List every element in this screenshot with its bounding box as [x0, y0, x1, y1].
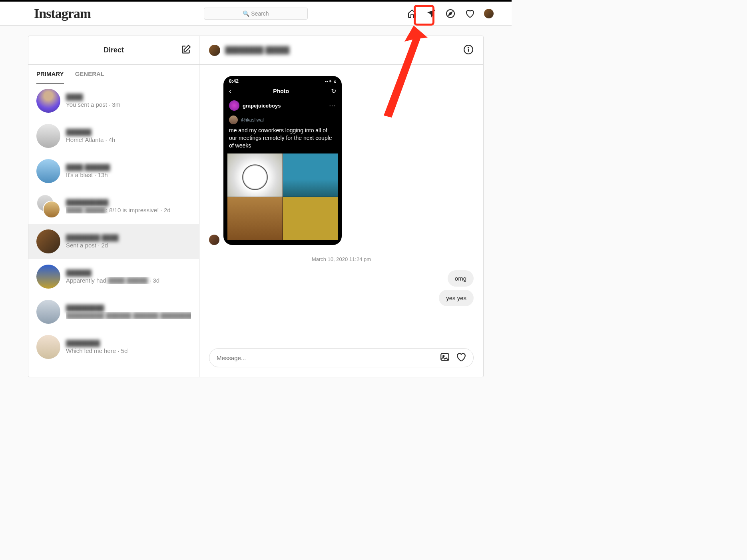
- svg-point-6: [443, 355, 444, 357]
- conversation-name: ██████: [66, 129, 191, 136]
- tweet-handle: @ikasliwal: [241, 117, 264, 123]
- meme-image: [283, 197, 338, 240]
- chat-header: ████████ █████: [199, 36, 483, 65]
- conversation-name: ██████████: [66, 199, 191, 206]
- conversation-item[interactable]: ████ You sent a post · 3m: [28, 83, 199, 118]
- conversation-item[interactable]: ██████████ ████ █████: 8/10 is impressiv…: [28, 189, 199, 224]
- tab-primary[interactable]: PRIMARY: [36, 65, 64, 84]
- composer: [199, 341, 483, 377]
- explore-icon[interactable]: [446, 9, 455, 18]
- conversation-item[interactable]: ████ ██████ It's a blast · 13h: [28, 153, 199, 189]
- home-icon[interactable]: [407, 9, 417, 18]
- phone-status-bar: 8:42 ▪▪ ᯤ ▢: [223, 76, 342, 85]
- like-icon[interactable]: [456, 352, 466, 364]
- post-author-name: grapejuiceboys: [243, 103, 281, 109]
- post-author-row: grapejuiceboys ⋯: [223, 97, 342, 114]
- conversation-preview: ████ █████: 8/10 is impressive! · 2d: [66, 207, 191, 213]
- instagram-logo[interactable]: Instagram: [34, 6, 91, 21]
- shared-post-row: 8:42 ▪▪ ᯤ ▢ ‹ Photo ↻ grapejuiceboys ⋯: [209, 76, 474, 245]
- tabs: PRIMARY GENERAL: [28, 65, 199, 83]
- conversation-name: ██████: [66, 269, 191, 276]
- activity-icon[interactable]: [465, 9, 474, 18]
- back-icon: ‹: [229, 88, 231, 95]
- message-bubbles: omg yes yes: [209, 270, 474, 306]
- conversation-preview: █████████ ██████ ██████ ████████... · 5d: [66, 312, 191, 319]
- avatar: [36, 229, 60, 253]
- conversation-name: ████ ██████: [66, 164, 191, 171]
- phone-status-icons: ▪▪ ᯤ ▢: [325, 79, 336, 84]
- conversation-preview: Home! Atlanta · 4h: [66, 136, 191, 143]
- avatar: [36, 265, 60, 289]
- conversation-item[interactable]: █████████ █████████ ██████ ██████ ██████…: [28, 294, 199, 329]
- conversation-name: ████████: [66, 340, 191, 347]
- phone-title: Photo: [273, 88, 289, 94]
- message-input[interactable]: [217, 355, 434, 361]
- search-input[interactable]: [204, 8, 308, 20]
- shared-post[interactable]: 8:42 ▪▪ ᯤ ▢ ‹ Photo ↻ grapejuiceboys ⋯: [223, 76, 342, 245]
- compose-icon[interactable]: [181, 44, 191, 56]
- conversation-item[interactable]: ████████ Which led me here · 5d: [28, 329, 199, 365]
- tweet-author-row: @ikasliwal: [223, 114, 342, 127]
- avatar: [36, 124, 60, 148]
- meme-image: [227, 197, 283, 240]
- tweet-text: me and my coworkers logging into all of …: [223, 127, 342, 153]
- conversation-name: ████: [66, 94, 191, 100]
- phone-nav: ‹ Photo ↻: [223, 85, 342, 97]
- meme-image: [227, 153, 283, 197]
- direct-icon[interactable]: [426, 9, 436, 18]
- search-wrap: [204, 8, 308, 20]
- conversation-preview: Apparently had ████ █████ · 3d: [66, 277, 191, 284]
- conversation-name: █████████: [66, 305, 191, 311]
- conversation-preview: It's a blast · 13h: [66, 171, 191, 178]
- conversation-preview: Sent a post · 2d: [66, 242, 191, 249]
- chat-panel: ████████ █████ 8:42 ▪▪ ᯤ ▢ ‹ Photo ↻: [199, 36, 483, 377]
- refresh-icon: ↻: [331, 87, 336, 95]
- conversation-list: ████ You sent a post · 3m ██████ Home! A…: [28, 83, 199, 377]
- sidebar: Direct PRIMARY GENERAL ████ You sent a p…: [28, 36, 199, 377]
- meme-image: [283, 153, 338, 197]
- tab-general[interactable]: GENERAL: [75, 65, 104, 83]
- phone-time: 8:42: [229, 78, 239, 84]
- avatar-stack: [36, 194, 60, 218]
- conversation-item[interactable]: ██████ Home! Atlanta · 4h: [28, 118, 199, 153]
- meme-image-grid: [227, 153, 338, 240]
- message-bubble: yes yes: [439, 290, 474, 306]
- conversation-item[interactable]: ████████ ████ Sent a post · 2d: [28, 224, 199, 259]
- tweet-avatar: [229, 116, 238, 124]
- post-author-avatar: [229, 100, 239, 111]
- topbar: Instagram: [0, 2, 512, 26]
- sidebar-title: Direct: [104, 46, 124, 54]
- image-icon[interactable]: [440, 352, 450, 364]
- sidebar-header: Direct: [28, 36, 199, 65]
- avatar: [36, 335, 60, 359]
- conversation-item[interactable]: ██████ Apparently had ████ █████ · 3d: [28, 259, 199, 294]
- conversation-preview: You sent a post · 3m: [66, 101, 191, 108]
- compose-box[interactable]: [209, 348, 474, 367]
- nav-icons: [407, 9, 494, 18]
- profile-avatar[interactable]: [484, 9, 494, 18]
- timestamp: March 10, 2020 11:24 pm: [209, 256, 474, 262]
- avatar: [36, 89, 60, 113]
- conversation-preview: Which led me here · 5d: [66, 347, 191, 354]
- conversation-name: ████████ ████: [66, 234, 191, 241]
- avatar: [36, 300, 60, 324]
- more-icon: ⋯: [329, 102, 336, 110]
- avatar: [36, 159, 60, 183]
- svg-point-4: [468, 47, 469, 48]
- chat-body: 8:42 ▪▪ ᯤ ▢ ‹ Photo ↻ grapejuiceboys ⋯: [199, 65, 483, 341]
- chat-header-avatar[interactable]: [209, 45, 220, 56]
- main-panel: Direct PRIMARY GENERAL ████ You sent a p…: [28, 36, 484, 377]
- message-bubble: omg: [448, 270, 474, 287]
- info-icon[interactable]: [463, 44, 474, 56]
- chat-header-name: ████████ █████: [225, 46, 289, 54]
- sender-avatar[interactable]: [209, 235, 219, 245]
